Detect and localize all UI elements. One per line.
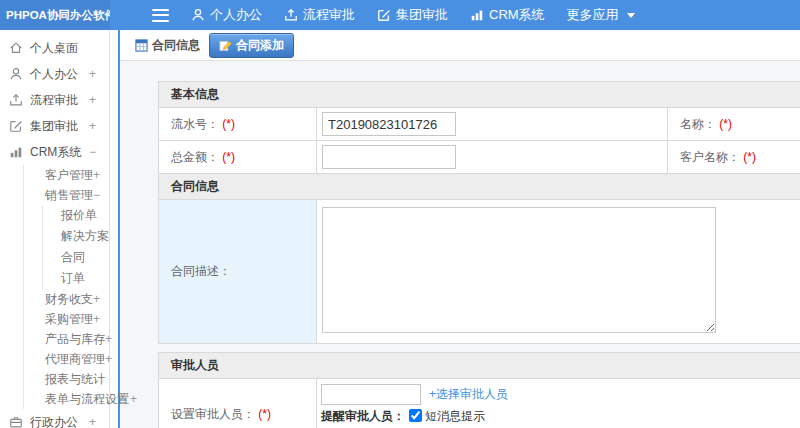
nav-process-approval[interactable]: 流程审批 (284, 6, 355, 24)
nav-personal-office[interactable]: 个人办公 (191, 6, 262, 24)
row-contract-description: 合同描述： (159, 200, 800, 344)
sidebar-item-label: 财务收支 (45, 291, 93, 308)
sidebar-item-sales-mgmt[interactable]: 销售管理 − (24, 185, 109, 205)
collapse-icon[interactable]: − (93, 188, 100, 202)
required-mark: (*) (743, 150, 756, 164)
user-icon (9, 67, 23, 81)
expand-icon[interactable]: + (89, 67, 96, 81)
required-mark: (*) (222, 117, 235, 131)
approver-input-line: +选择审批人员 (321, 384, 800, 405)
caret-down-icon (627, 13, 635, 18)
sidebar-item-finance[interactable]: 财务收支 + (24, 289, 109, 309)
nav-label: 更多应用 (567, 6, 619, 24)
nav-crm-system[interactable]: CRM系统 (470, 6, 545, 24)
nav-label: 集团审批 (396, 6, 448, 24)
sidebar-item-label: 客户管理 (45, 167, 93, 184)
top-bar: PHPOA协同办公软件 个人办公 流程审批 集团审批 CRM系统 更多应用 (0, 0, 800, 30)
contract-description-cell (317, 200, 800, 344)
sidebar-item-label: 合同 (61, 249, 85, 266)
sidebar-item-product-inventory[interactable]: 产品与库存 + (24, 329, 109, 349)
sms-notify-checkbox[interactable] (409, 409, 422, 422)
section-header-contract-info: 合同信息 (159, 174, 800, 200)
remind-line: 提醒审批人员：短消息提示 (321, 408, 800, 425)
choose-approver-link[interactable]: +选择审批人员 (429, 387, 508, 401)
collapse-icon[interactable]: − (89, 145, 96, 159)
contract-add-form: 基本信息 流水号： (*) 名称： (*) 总金额： (* (120, 61, 800, 428)
sidebar-item-personal-desktop[interactable]: 个人桌面 (0, 35, 109, 61)
process-icon (284, 8, 298, 22)
expand-icon[interactable]: + (130, 392, 137, 406)
sidebar: 个人桌面 个人办公 + 流程审批 + 集团审批 + CRM系统 − 客户管理 +… (0, 30, 110, 428)
nav-label: 流程审批 (303, 6, 355, 24)
sidebar-item-quotation[interactable]: 报价单 (43, 205, 109, 226)
sidebar-item-crm-system[interactable]: CRM系统 − (0, 139, 109, 165)
required-mark: (*) (719, 117, 732, 131)
sidebar-item-label: 代理商管理 (45, 351, 105, 368)
sidebar-item-label: 行政办公 (30, 414, 78, 428)
tab-label: 合同信息 (152, 37, 200, 54)
sidebar-item-label: CRM系统 (30, 144, 81, 161)
expand-icon[interactable]: + (89, 93, 96, 107)
nav-label: CRM系统 (489, 6, 545, 24)
sidebar-item-reports-stats[interactable]: 报表与统计 (24, 369, 109, 389)
sidebar-item-label: 流程审批 (30, 92, 78, 109)
sidebar-item-order[interactable]: 订单 (43, 268, 109, 289)
form-table-main: 基本信息 流水号： (*) 名称： (*) 总金额： (* (158, 81, 800, 344)
row-set-approver: 设置审批人员： (*) +选择审批人员 提醒审批人员：短消息提示 注：流程第一步… (159, 379, 800, 428)
sidebar-item-purchase-mgmt[interactable]: 采购管理 + (24, 309, 109, 329)
sidebar-item-process-approval[interactable]: 流程审批 + (0, 87, 109, 113)
sidebar-item-label: 个人桌面 (30, 40, 78, 57)
home-icon (9, 41, 23, 55)
expand-icon[interactable]: + (105, 332, 112, 346)
expand-icon[interactable]: + (89, 119, 96, 133)
hamburger-icon[interactable] (152, 9, 169, 22)
office-icon (9, 415, 23, 428)
expand-icon[interactable]: + (89, 415, 96, 428)
edit-note-icon (219, 39, 232, 52)
required-mark: (*) (222, 150, 235, 164)
row-total-amount: 总金额： (*) 客户名称： (*) (159, 141, 800, 174)
sidebar-item-label: 解决方案 (61, 228, 109, 245)
sidebar-item-label: 报价单 (61, 207, 97, 224)
expand-icon[interactable]: + (93, 312, 100, 326)
total-amount-input[interactable] (322, 145, 456, 169)
chart-icon (470, 8, 484, 22)
sidebar-item-label: 表单与流程设置 (45, 391, 129, 408)
crm-submenu: 客户管理 + 销售管理 − 报价单 解决方案 合同 订单 财务收支 + (23, 165, 109, 409)
sales-submenu: 报价单 解决方案 合同 订单 (42, 205, 109, 289)
name-label: 名称： (*) (668, 108, 800, 141)
serial-number-input[interactable] (322, 112, 456, 136)
sidebar-item-personal-office[interactable]: 个人办公 + (0, 61, 109, 87)
total-amount-label: 总金额： (*) (159, 141, 317, 174)
sidebar-item-group-approval[interactable]: 集团审批 + (0, 113, 109, 139)
app-logo: PHPOA协同办公软件 (0, 0, 110, 30)
tab-contract-add[interactable]: 合同添加 (209, 33, 294, 58)
nav-label: 个人办公 (210, 6, 262, 24)
serial-number-cell (317, 108, 668, 141)
sidebar-item-customer-mgmt[interactable]: 客户管理 + (24, 165, 109, 185)
tab-label: 合同添加 (236, 37, 284, 54)
set-approver-label: 设置审批人员： (*) (159, 379, 317, 428)
sidebar-item-admin-office[interactable]: 行政办公 + (0, 409, 109, 428)
sms-notify-label: 短消息提示 (425, 409, 485, 423)
nav-group-approval[interactable]: 集团审批 (377, 6, 448, 24)
contract-description-textarea[interactable] (322, 207, 716, 333)
divider-gap (111, 30, 118, 428)
sidebar-item-label: 报表与统计 (45, 371, 105, 388)
remind-approver-label: 提醒审批人员： (321, 409, 405, 423)
tab-contract-info[interactable]: 合同信息 (135, 37, 200, 54)
sidebar-item-label: 个人办公 (30, 66, 78, 83)
expand-icon[interactable]: + (93, 292, 100, 306)
user-icon (191, 8, 205, 22)
sidebar-item-solution[interactable]: 解决方案 (43, 226, 109, 247)
sidebar-item-contract[interactable]: 合同 (43, 247, 109, 268)
section-header-approver: 审批人员 (159, 353, 800, 379)
expand-icon[interactable]: + (105, 352, 112, 366)
form-table-approver: 审批人员 设置审批人员： (*) +选择审批人员 提醒审批人员：短消息提示 注：… (158, 352, 800, 428)
sidebar-item-agent-mgmt[interactable]: 代理商管理 + (24, 349, 109, 369)
sidebar-item-form-process-settings[interactable]: 表单与流程设置 + (24, 389, 109, 409)
edit-icon (377, 8, 391, 22)
nav-more-apps[interactable]: 更多应用 (567, 6, 635, 24)
expand-icon[interactable]: + (93, 168, 100, 182)
approver-input[interactable] (321, 384, 421, 405)
